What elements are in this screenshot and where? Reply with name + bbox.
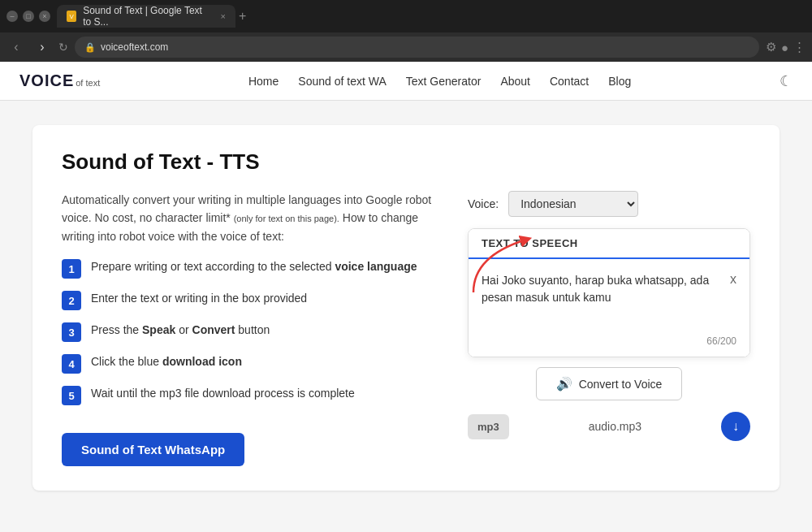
- nav-link-sound-wa[interactable]: Sound of text WA: [298, 75, 386, 88]
- lock-icon: 🔒: [84, 42, 96, 53]
- step-text-1: Prepare writing or text according to the…: [91, 258, 417, 275]
- audio-filename: audio.mp3: [517, 420, 713, 433]
- tts-text-input[interactable]: Hai Joko suyanto, harap buka whatsapp, a…: [482, 272, 736, 329]
- website-content: VOICE of text Home Sound of text WA Text…: [0, 62, 812, 532]
- step-number-5: 5: [62, 386, 81, 405]
- close-button[interactable]: ×: [39, 11, 50, 22]
- logo-oftext-text: of text: [76, 78, 100, 88]
- profile-icon[interactable]: ●: [781, 41, 788, 54]
- voice-selector-row: Voice: Indonesian English Japanese: [468, 191, 750, 217]
- nav-link-contact[interactable]: Contact: [550, 75, 589, 88]
- nav-links: Home Sound of text WA Text Generator Abo…: [248, 75, 631, 88]
- refresh-button[interactable]: ↻: [58, 41, 68, 54]
- step-item-5: 5 Wait until the mp3 file download proce…: [62, 385, 435, 405]
- nav-link-about[interactable]: About: [500, 75, 530, 88]
- description-note: (only for text on this page).: [234, 214, 339, 223]
- main-content: Sound of Text - TTS Automatically conver…: [0, 101, 812, 532]
- forward-button[interactable]: ›: [32, 40, 52, 54]
- browser-window-controls: – □ ×: [6, 11, 50, 22]
- browser-nav-icons: ⚙ ● ⋮: [766, 40, 806, 54]
- tts-textarea-wrapper: 2 Hai Joko suyanto, harap buka whatsapp,…: [482, 272, 736, 332]
- dark-mode-toggle[interactable]: ☾: [780, 72, 793, 90]
- nav-link-blog[interactable]: Blog: [608, 75, 631, 88]
- tts-char-count: 66/200: [482, 335, 736, 347]
- step-item-3: 3 Press the Speak or Convert button: [62, 322, 435, 342]
- step-item-2: 2 Enter the text or writing in the box p…: [62, 290, 435, 310]
- step-number-3: 3: [62, 322, 81, 342]
- new-tab-button[interactable]: +: [239, 9, 246, 24]
- nav-link-home[interactable]: Home: [248, 75, 279, 88]
- two-column-layout: Automatically convert your writing in mu…: [62, 191, 750, 466]
- voice-select[interactable]: Indonesian English Japanese: [508, 191, 638, 217]
- nav-link-text-generator[interactable]: Text Generator: [406, 75, 482, 88]
- convert-button-label: Convert to Voice: [579, 378, 663, 391]
- menu-icon[interactable]: ⋮: [793, 40, 806, 54]
- step-text-4: Click the blue download icon: [91, 353, 242, 370]
- tab-close-button[interactable]: ×: [221, 11, 226, 21]
- mp3-badge: mp3: [468, 414, 509, 439]
- browser-chrome: – □ × V Sound of Text | Google Text to S…: [0, 0, 812, 32]
- step-text-3: Press the Speak or Convert button: [91, 322, 270, 339]
- step-text-2: Enter the text or writing in the box pro…: [91, 290, 307, 307]
- minimize-button[interactable]: –: [6, 11, 18, 22]
- audio-row: mp3 audio.mp3 ↓: [468, 412, 750, 441]
- left-column: Automatically convert your writing in mu…: [62, 191, 435, 466]
- active-tab[interactable]: V Sound of Text | Google Text to S... ×: [57, 5, 235, 28]
- extensions-icon[interactable]: ⚙: [766, 40, 776, 54]
- speaker-icon: 🔊: [556, 376, 572, 391]
- tts-box: TEXT TO SPEECH: [468, 228, 750, 357]
- tts-body: 2 Hai Joko suyanto, harap buka whatsapp,…: [469, 259, 749, 357]
- step-number-4: 4: [62, 354, 81, 374]
- step-text-5: Wait until the mp3 file download process…: [91, 385, 355, 402]
- whatsapp-sound-button[interactable]: Sound of Text WhatsApp: [62, 433, 244, 466]
- maximize-button[interactable]: □: [23, 11, 34, 22]
- site-navbar: VOICE of text Home Sound of text WA Text…: [0, 62, 812, 101]
- tts-clear-button[interactable]: x: [730, 272, 736, 287]
- step-item-1: 1 Prepare writing or text according to t…: [62, 258, 435, 279]
- page-description: Automatically convert your writing in mu…: [62, 191, 435, 245]
- convert-to-voice-button[interactable]: 🔊 Convert to Voice: [536, 367, 682, 400]
- site-logo: VOICE of text: [19, 71, 100, 90]
- download-icon: ↓: [732, 419, 739, 434]
- logo-voice-text: VOICE: [19, 71, 74, 90]
- tab-title: Sound of Text | Google Text to S...: [83, 5, 210, 28]
- steps-list: 1 Prepare writing or text according to t…: [62, 258, 435, 405]
- convert-section: 🔊 Convert to Voice mp3 audio.mp3 ↓: [468, 367, 750, 441]
- address-bar-row: ‹ › ↻ 🔒 voiceoftext.com ⚙ ● ⋮: [0, 32, 812, 62]
- page-title: Sound of Text - TTS: [62, 149, 750, 175]
- step-number-1: 1: [62, 259, 81, 279]
- voice-label: Voice:: [468, 197, 499, 210]
- back-button[interactable]: ‹: [6, 40, 26, 54]
- step-item-4: 4 Click the blue download icon: [62, 353, 435, 374]
- tts-header: TEXT TO SPEECH: [469, 229, 749, 259]
- right-column: Voice: Indonesian English Japanese TEXT …: [468, 191, 750, 466]
- tab-favicon: V: [67, 11, 76, 22]
- tab-bar: V Sound of Text | Google Text to S... × …: [57, 0, 806, 32]
- step-number-2: 2: [62, 291, 81, 310]
- content-card: Sound of Text - TTS Automatically conver…: [32, 125, 780, 491]
- url-text: voiceoftext.com: [101, 41, 168, 53]
- download-button[interactable]: ↓: [721, 412, 750, 441]
- address-bar[interactable]: 🔒 voiceoftext.com: [75, 37, 759, 58]
